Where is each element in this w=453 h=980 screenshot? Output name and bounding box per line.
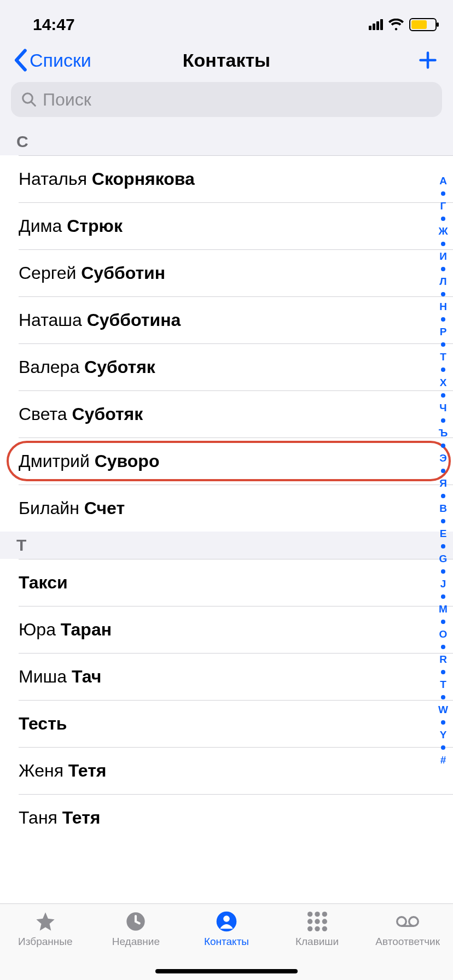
svg-point-11 (307, 926, 312, 931)
index-dot[interactable] (441, 469, 445, 473)
index-dot[interactable] (441, 418, 445, 423)
contact-last-name: Скорнякова (92, 169, 195, 189)
contact-row[interactable]: Сергей Субботин (0, 249, 453, 296)
index-letter[interactable]: T (440, 679, 446, 691)
contact-row[interactable]: Наташа Субботина (0, 296, 453, 343)
contact-row[interactable]: Наталья Скорнякова (0, 155, 453, 202)
clock-icon (125, 911, 147, 932)
index-letter[interactable]: А (439, 175, 447, 187)
index-letter[interactable]: Ъ (439, 427, 448, 439)
index-letter[interactable]: R (439, 654, 447, 666)
contact-row[interactable]: Юра Таран (0, 606, 453, 653)
status-icons (369, 18, 437, 31)
alphabet-index[interactable]: АГЖИЛНРТХЧЪЭЯBEGJMORTWY# (435, 175, 451, 767)
contact-first-name: Таня (19, 808, 62, 828)
index-letter[interactable]: Y (440, 729, 447, 741)
search-icon (21, 91, 37, 108)
contact-row[interactable]: Валера Суботяк (0, 343, 453, 390)
contact-row[interactable]: Дима Стрюк (0, 202, 453, 249)
index-letter[interactable]: Р (440, 326, 447, 338)
index-letter[interactable]: Э (439, 452, 447, 464)
svg-point-12 (315, 926, 320, 931)
tab-favorites[interactable]: Избранные (0, 909, 91, 980)
index-dot[interactable] (441, 267, 445, 271)
index-letter[interactable]: J (440, 578, 446, 590)
contact-row[interactable]: Миша Тач (0, 653, 453, 700)
contact-first-name: Валера (19, 357, 84, 377)
index-dot[interactable] (441, 217, 445, 221)
index-dot[interactable] (441, 317, 445, 322)
index-dot[interactable] (441, 645, 445, 649)
contact-row[interactable]: Женя Тетя (0, 747, 453, 794)
index-dot[interactable] (441, 594, 445, 599)
person-icon (216, 911, 237, 932)
contact-row[interactable]: Дмитрий Суворо (0, 438, 453, 485)
tab-voicemail[interactable]: Автоответчик (362, 909, 453, 980)
contact-name: Тесть (19, 714, 67, 734)
index-dot[interactable] (441, 242, 445, 246)
index-letter[interactable]: E (440, 528, 447, 540)
svg-point-15 (409, 917, 419, 926)
contact-last-name: Суботяк (72, 404, 143, 424)
contact-last-name: Тетя (68, 761, 107, 781)
contact-row[interactable]: Такси (0, 559, 453, 606)
contact-name: Такси (19, 573, 68, 593)
contact-row[interactable]: Света Суботяк (0, 390, 453, 438)
index-dot[interactable] (441, 519, 445, 523)
index-dot[interactable] (441, 745, 445, 750)
svg-point-9 (315, 919, 320, 924)
status-time: 14:47 (33, 15, 75, 34)
index-dot[interactable] (441, 393, 445, 398)
back-button[interactable]: Списки (13, 49, 91, 72)
index-dot[interactable] (441, 494, 445, 498)
index-dot[interactable] (441, 720, 445, 725)
index-letter[interactable]: # (440, 754, 446, 766)
contact-last-name: Стрюк (67, 216, 123, 236)
index-dot[interactable] (441, 695, 445, 699)
index-dot[interactable] (441, 342, 445, 347)
contact-first-name: Сергей (19, 263, 81, 283)
index-letter[interactable]: И (439, 250, 447, 262)
section-header: С (0, 128, 453, 155)
tab-label: Избранные (18, 936, 72, 948)
chevron-left-icon (13, 49, 27, 72)
index-dot[interactable] (441, 544, 445, 549)
contact-row[interactable]: Тесть (0, 700, 453, 747)
index-letter[interactable]: Ж (438, 225, 448, 237)
contacts-list: СНаталья СкорняковаДима СтрюкСергей Субб… (0, 128, 453, 903)
contact-last-name: Субботина (87, 310, 181, 330)
index-letter[interactable]: Н (439, 301, 447, 313)
star-icon (34, 911, 56, 932)
index-letter[interactable]: Т (440, 351, 446, 363)
index-dot[interactable] (441, 444, 445, 448)
index-letter[interactable]: Ч (439, 402, 446, 414)
index-letter[interactable]: O (439, 628, 448, 640)
svg-point-8 (307, 919, 312, 924)
index-dot[interactable] (441, 620, 445, 624)
index-dot[interactable] (441, 670, 445, 674)
back-label: Списки (30, 50, 91, 71)
contact-last-name: Таран (61, 620, 112, 640)
tab-label: Недавние (112, 936, 160, 948)
index-letter[interactable]: Я (439, 477, 447, 489)
search-input[interactable]: Поиск (11, 82, 442, 117)
index-dot[interactable] (441, 191, 445, 196)
index-letter[interactable]: Л (439, 276, 446, 288)
svg-point-6 (315, 912, 320, 917)
voicemail-icon (396, 912, 420, 931)
index-letter[interactable]: Х (440, 377, 447, 389)
index-letter[interactable]: Г (440, 200, 446, 212)
index-dot[interactable] (441, 368, 445, 372)
index-letter[interactable]: W (438, 704, 448, 716)
contact-first-name: Наталья (19, 169, 92, 189)
contact-last-name: Суботяк (84, 357, 155, 377)
add-contact-button[interactable] (416, 48, 440, 72)
index-letter[interactable]: G (439, 553, 448, 565)
index-letter[interactable]: M (439, 603, 448, 615)
svg-point-7 (322, 912, 327, 917)
contact-row[interactable]: Таня Тетя (0, 794, 453, 841)
index-letter[interactable]: B (439, 503, 447, 515)
contact-row[interactable]: Билайн Счет (0, 485, 453, 532)
index-dot[interactable] (441, 569, 445, 574)
index-dot[interactable] (441, 292, 445, 296)
